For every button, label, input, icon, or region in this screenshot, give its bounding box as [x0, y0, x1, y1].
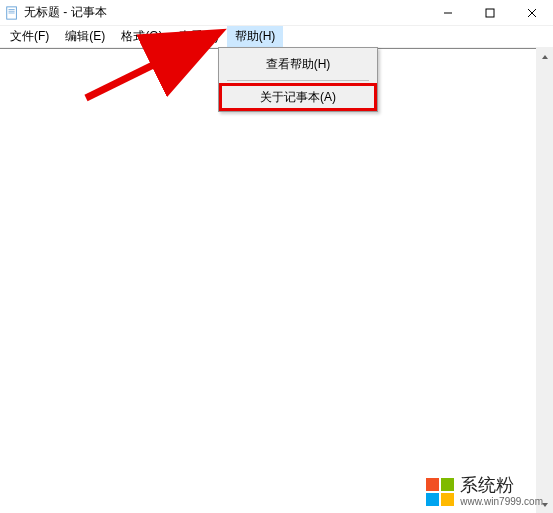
menu-view[interactable]: 查看(V): [171, 26, 227, 47]
close-button[interactable]: [511, 0, 553, 26]
menu-format[interactable]: 格式(O): [113, 26, 170, 47]
scroll-up-button[interactable]: [536, 48, 553, 65]
svg-rect-5: [486, 9, 494, 17]
menu-file[interactable]: 文件(F): [2, 26, 57, 47]
menu-edit[interactable]: 编辑(E): [57, 26, 113, 47]
scroll-track[interactable]: [536, 65, 553, 496]
window-controls: [427, 0, 553, 26]
notepad-icon: [4, 5, 20, 21]
menu-help[interactable]: 帮助(H): [227, 26, 284, 47]
titlebar: 无标题 - 记事本: [0, 0, 553, 26]
maximize-button[interactable]: [469, 0, 511, 26]
minimize-button[interactable]: [427, 0, 469, 26]
menu-item-about-notepad[interactable]: 关于记事本(A): [219, 83, 377, 111]
menu-item-view-help[interactable]: 查看帮助(H): [221, 50, 375, 78]
watermark-url: www.win7999.com: [460, 496, 543, 507]
menubar: 文件(F) 编辑(E) 格式(O) 查看(V) 帮助(H): [0, 26, 553, 48]
window-title: 无标题 - 记事本: [24, 4, 107, 21]
notepad-window: 无标题 - 记事本 文件(F) 编辑(E) 格式(O) 查看(V) 帮助(H): [0, 0, 553, 513]
menu-separator: [227, 80, 369, 81]
watermark-text: 系统粉: [460, 476, 514, 496]
text-editor[interactable]: [0, 49, 553, 513]
watermark: 系统粉 www.win7999.com: [426, 476, 543, 507]
text-area-container: [0, 48, 553, 513]
microsoft-logo-icon: [426, 478, 454, 506]
help-dropdown: 查看帮助(H) 关于记事本(A): [218, 47, 378, 112]
vertical-scrollbar[interactable]: [536, 48, 553, 513]
